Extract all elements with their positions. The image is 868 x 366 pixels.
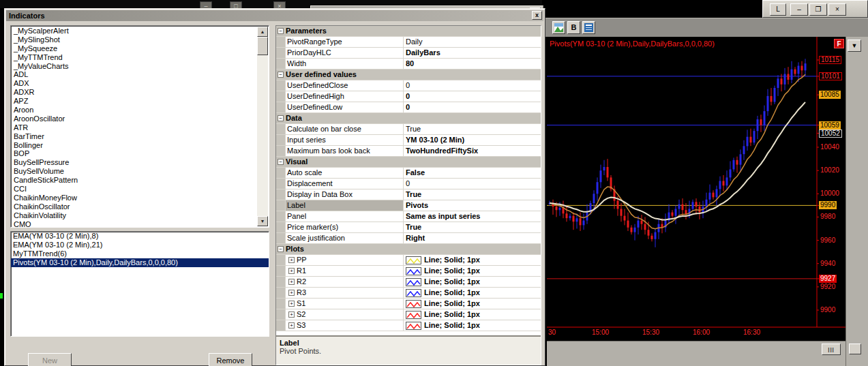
property-value[interactable]: True <box>404 124 541 134</box>
list-item[interactable]: BuySellPressure <box>12 158 256 167</box>
list-item[interactable]: _MySlingShot <box>12 35 256 44</box>
property-name[interactable]: +R3 <box>286 288 404 298</box>
property-row[interactable]: PivotRangeTypeDaily <box>276 37 541 48</box>
property-name[interactable]: +PP <box>286 255 404 265</box>
list-item[interactable]: CCI <box>12 185 256 194</box>
property-value[interactable]: Line; Solid; 1px <box>404 309 541 320</box>
property-section-header[interactable]: −User defined values <box>276 70 541 80</box>
collapse-icon[interactable]: − <box>278 28 284 34</box>
property-value[interactable]: Same as input series <box>404 211 541 222</box>
chart-image-icon[interactable] <box>552 21 565 34</box>
property-value[interactable]: TwoHundredFiftySix <box>404 146 541 156</box>
property-value[interactable]: 0 <box>404 80 541 91</box>
collapse-icon[interactable]: − <box>278 246 284 252</box>
property-value[interactable]: False <box>404 168 541 178</box>
property-value[interactable]: Daily <box>404 37 541 47</box>
chart-canvas[interactable]: Pivots(YM 03-10 (2 Min),Daily,DailyBars,… <box>547 37 845 341</box>
maximize-button[interactable]: ❐ <box>809 3 827 16</box>
expand-icon[interactable]: + <box>288 257 295 263</box>
property-name[interactable]: Label <box>286 200 404 211</box>
property-row[interactable]: Maximum bars look backTwoHundredFiftySix <box>276 146 541 157</box>
list-scrollbar[interactable]: ▲ ▼ <box>257 27 268 226</box>
property-row[interactable]: Input seriesYM 03-10 (2 Min) <box>276 135 541 146</box>
close-button[interactable]: × <box>828 3 846 16</box>
property-value[interactable]: 0 <box>404 179 541 189</box>
list-item[interactable]: ChaikinOscillator <box>12 202 256 211</box>
collapse-icon[interactable]: − <box>278 72 284 78</box>
list-item[interactable]: CMO <box>12 220 256 228</box>
new-button[interactable]: New <box>28 353 72 366</box>
collapse-icon[interactable]: − <box>278 115 284 121</box>
property-section-header[interactable]: −Data <box>276 113 541 124</box>
expand-icon[interactable]: + <box>288 311 295 318</box>
list-item[interactable]: ADX <box>12 79 256 88</box>
property-name[interactable]: Display in Data Box <box>286 189 404 200</box>
scroll-up-icon[interactable]: ▲ <box>257 27 268 37</box>
list-item[interactable]: _MyScalperAlert <box>12 27 256 35</box>
scroll-grip[interactable]: ||| <box>822 344 841 355</box>
property-name[interactable]: +S2 <box>286 309 404 320</box>
scroll-down-icon[interactable]: ▼ <box>257 216 268 226</box>
list-item[interactable]: Aroon <box>12 106 256 115</box>
property-name[interactable]: PriorDayHLC <box>286 48 404 58</box>
property-value[interactable]: DailyBars <box>404 48 541 58</box>
property-value[interactable]: 0 <box>404 91 541 102</box>
list-item[interactable]: _MyTTMTrend <box>12 53 256 62</box>
property-value[interactable]: 80 <box>404 59 541 69</box>
property-row[interactable]: LabelPivots <box>276 200 541 211</box>
scale-square-button[interactable] <box>849 344 861 354</box>
property-value[interactable]: 0 <box>404 102 541 112</box>
list-item[interactable]: BarTimer <box>12 132 256 141</box>
collapse-icon[interactable]: − <box>278 159 284 165</box>
dialog-titlebar[interactable]: Indicators x <box>6 10 543 21</box>
configured-indicators-list[interactable]: EMA(YM 03-10 (2 Min),8)EMA(YM 03-10 (2 M… <box>10 231 269 337</box>
property-row[interactable]: +S3Line; Solid; 1px <box>276 320 541 331</box>
property-row[interactable]: Display in Data BoxTrue <box>276 189 541 200</box>
list-item[interactable]: EMA(YM 03-10 (2 Min),21) <box>11 241 269 249</box>
property-value[interactable]: Line; Solid; 1px <box>404 277 541 287</box>
property-value[interactable]: Line; Solid; 1px <box>404 255 541 265</box>
property-row[interactable]: +PPLine; Solid; 1px <box>276 255 541 266</box>
property-row[interactable]: Scale justificationRight <box>276 233 541 244</box>
property-name[interactable]: +S3 <box>286 320 404 331</box>
dialog-close-button[interactable]: x <box>532 11 542 20</box>
list-item[interactable]: CandleStickPattern <box>12 176 256 185</box>
minimize-button[interactable]: – <box>790 3 808 16</box>
expand-icon[interactable]: + <box>288 279 295 285</box>
list-item[interactable]: BuySellVolume <box>12 167 256 176</box>
property-name[interactable]: Scale justification <box>286 233 404 243</box>
property-name[interactable]: Input series <box>286 135 404 145</box>
property-name[interactable]: UserDefinedHigh <box>286 91 404 102</box>
property-row[interactable]: PanelSame as input series <box>276 211 541 222</box>
property-grid[interactable]: −ParametersPivotRangeTypeDailyPriorDayHL… <box>276 26 541 334</box>
property-name[interactable]: +R2 <box>286 277 404 287</box>
list-item[interactable]: _MyValueCharts <box>12 62 256 71</box>
list-item[interactable]: ChaikinVolatility <box>12 211 256 220</box>
available-indicators-list[interactable]: _MyScalperAlert_MySlingShot_MySqueeze_My… <box>10 25 269 228</box>
property-row[interactable]: Price marker(s)True <box>276 222 541 233</box>
property-row[interactable]: +S1Line; Solid; 1px <box>276 299 541 309</box>
list-item[interactable]: EMA(YM 03-10 (2 Min),8) <box>11 232 269 241</box>
property-row[interactable]: Width80 <box>276 59 541 70</box>
property-row[interactable]: +R2Line; Solid; 1px <box>276 277 541 288</box>
property-row[interactable]: +S2Line; Solid; 1px <box>276 309 541 320</box>
property-value[interactable]: True <box>404 222 541 232</box>
property-name[interactable]: Maximum bars look back <box>286 146 404 156</box>
property-value[interactable]: Line; Solid; 1px <box>404 320 541 331</box>
list-item[interactable]: ChaikinMoneyFlow <box>12 194 256 202</box>
list-item[interactable]: ATR <box>12 123 256 132</box>
property-row[interactable]: UserDefinedHigh0 <box>276 91 541 102</box>
property-value[interactable]: Right <box>404 233 541 243</box>
property-value[interactable]: True <box>404 189 541 200</box>
property-name[interactable]: Calculate on bar close <box>286 124 404 134</box>
bold-button[interactable]: B <box>567 21 580 34</box>
scroll-thumb[interactable] <box>257 37 268 55</box>
property-row[interactable]: +R3Line; Solid; 1px <box>276 288 541 299</box>
property-row[interactable]: Displacement0 <box>276 179 541 189</box>
expand-icon[interactable]: + <box>288 268 295 274</box>
property-name[interactable]: Auto scale <box>286 168 404 178</box>
property-value[interactable]: Pivots <box>404 200 541 211</box>
property-row[interactable]: PriorDayHLCDailyBars <box>276 48 541 59</box>
data-panel-icon[interactable] <box>582 21 595 34</box>
property-row[interactable]: Auto scaleFalse <box>276 168 541 179</box>
